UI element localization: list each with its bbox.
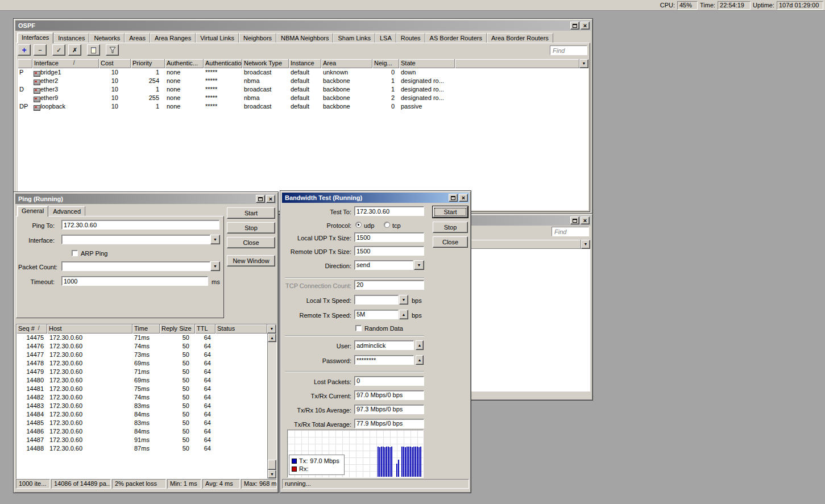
ospf-titlebar[interactable]: OSPF × [15,20,591,31]
protocol-tcp-radio[interactable] [384,222,390,228]
remote-udp-tx-size-input[interactable] [354,246,424,256]
column-select-button[interactable]: ▼ [579,59,588,68]
packet-count-combo[interactable] [61,261,210,271]
stop-button[interactable]: Stop [433,222,468,233]
maximize-button[interactable] [570,216,579,224]
maximize-button[interactable] [256,195,265,203]
direction-dropdown-button[interactable]: ▼ [414,260,424,270]
ping-result-row[interactable]: 14486 172.30.0.60 84ms 50 64 [16,427,267,436]
ping-result-row[interactable]: 14476 172.30.0.60 74ms 50 64 [16,342,267,351]
ping-to-input[interactable] [61,220,219,230]
ping-result-row[interactable]: 14480 172.30.0.60 69ms 50 64 [16,376,267,385]
random-data-checkbox[interactable] [355,325,362,331]
column-header-authentication[interactable]: Authentic... [165,59,204,68]
column-header-neighbors[interactable]: Neig... [372,59,399,68]
ping-result-row[interactable]: 14482 172.30.0.60 74ms 50 64 [16,393,267,402]
ping-result-row[interactable]: 14484 172.30.0.60 84ms 50 64 [16,410,267,419]
column-header-host[interactable]: Host [47,324,132,334]
local-udp-tx-size-input[interactable] [354,232,424,242]
maximize-button[interactable] [449,194,458,202]
packet-count-dropdown-button[interactable]: ▼ [210,261,220,271]
ping-result-row[interactable]: 14475 172.30.0.60 71ms 50 64 [16,334,267,342]
password-spinner-button[interactable]: ▲ [416,355,424,365]
scrollbar-thumb[interactable] [268,460,276,470]
timeout-input[interactable] [61,276,208,286]
ping-result-row[interactable]: 14477 172.30.0.60 73ms 50 64 [16,351,267,359]
direction-combo[interactable]: send [354,260,413,270]
tab-neighbors[interactable]: Neighbors [239,33,276,43]
tab-sham-links[interactable]: Sham Links [333,33,375,43]
column-header-interface[interactable]: Interface/ [32,59,99,68]
user-spinner-button[interactable]: ▲ [416,340,424,350]
new-window-button[interactable]: New Window [227,255,275,266]
ospf-table-row[interactable]: DP loopback 10 1 none ***** broadcast de… [18,102,588,111]
close-button[interactable]: × [581,22,590,30]
column-select-button[interactable]: ▼ [267,324,276,334]
enable-button[interactable]: ✓ [52,44,65,56]
maximize-button[interactable] [570,22,579,30]
comment-button[interactable] [87,44,100,56]
password-input[interactable] [354,355,414,365]
column-header-priority[interactable]: Priority [131,59,165,68]
close-button[interactable]: Close [433,236,468,248]
column-header-state[interactable]: State [399,59,455,68]
close-button[interactable]: × [459,194,468,202]
disable-button[interactable]: ✗ [68,44,81,56]
column-header-cost[interactable]: Cost [99,59,131,68]
tab-area-border-routers[interactable]: Area Border Routers [487,33,553,43]
add-button[interactable]: + [18,44,31,56]
column-header-seq[interactable]: Seq #/ [16,324,47,334]
close-button[interactable]: × [266,195,275,203]
remote-tx-speed-combo[interactable]: 5M [354,310,399,319]
ospf-table-row[interactable]: D ether3 10 1 none ***** broadcast defau… [18,85,588,94]
tcp-connection-count-field[interactable]: 20 [354,280,424,290]
ping-result-row[interactable]: 14488 172.30.0.60 87ms 50 64 [16,444,267,453]
column-header-time[interactable]: Time [132,324,160,334]
find-input[interactable] [550,45,587,55]
ospf-table-row[interactable]: ether9 10 255 none ***** nbma default ba… [18,94,588,102]
tab-nbma-neighbors[interactable]: NBMA Neighbors [276,33,333,43]
remote-tx-speed-up-button[interactable]: ▲ [399,310,408,319]
find-input[interactable] [552,227,589,236]
local-tx-speed-combo[interactable] [354,295,399,305]
column-header-instance[interactable]: Instance [289,59,321,68]
ping-titlebar[interactable]: Ping (Running) × [15,194,276,204]
ping-result-row[interactable]: 14479 172.30.0.60 71ms 50 64 [16,368,267,376]
column-header-ttl[interactable]: TTL [195,324,215,334]
ping-result-row[interactable]: 14481 172.30.0.60 75ms 50 64 [16,385,267,393]
bandwidth-titlebar[interactable]: Bandwidth Test (Running) × [282,193,469,203]
column-header-network-type[interactable]: Network Type [242,59,289,68]
scroll-up-button[interactable]: ▲ [268,334,276,342]
protocol-udp-radio[interactable] [355,222,362,228]
interface-combo[interactable] [61,235,210,244]
tab-as-border-routers[interactable]: AS Border Routers [425,33,487,43]
local-tx-speed-dropdown-button[interactable]: ▼ [399,295,408,305]
close-button[interactable]: × [581,216,590,224]
arp-ping-checkbox[interactable] [72,250,78,256]
ospf-table-row[interactable]: P bridge1 10 1 none ***** broadcast defa… [18,68,588,77]
ping-result-row[interactable]: 14478 172.30.0.60 69ms 50 64 [16,359,267,368]
test-to-input[interactable] [354,206,424,216]
ping-result-row[interactable]: 14483 172.30.0.60 83ms 50 64 [16,402,267,410]
ospf-table-row[interactable]: ether2 10 254 none ***** nbma default ba… [18,77,588,85]
vertical-scrollbar[interactable]: ▲ ▼ [267,334,276,478]
ping-result-row[interactable]: 14485 172.30.0.60 83ms 50 64 [16,419,267,427]
tab-instances[interactable]: Instances [53,33,89,43]
column-select-button[interactable]: ▼ [581,240,590,249]
interface-dropdown-button[interactable]: ▼ [210,235,220,244]
tab-advanced[interactable]: Advanced [48,206,85,216]
tab-area-ranges[interactable]: Area Ranges [150,33,196,43]
tab-lsa[interactable]: LSA [375,33,396,43]
tab-networks[interactable]: Networks [89,33,125,43]
column-header-area[interactable]: Area [321,59,372,68]
tab-areas[interactable]: Areas [125,33,150,43]
tab-interfaces[interactable]: Interfaces [17,32,53,43]
column-header-status[interactable]: Status [215,324,267,334]
user-input[interactable] [354,340,414,350]
stop-button[interactable]: Stop [227,222,275,234]
column-header-authentication-key[interactable]: Authenticatio... [204,59,242,68]
tab-routes[interactable]: Routes [396,33,425,43]
start-button[interactable]: Start [433,206,468,218]
column-header-reply-size[interactable]: Reply Size [160,324,195,334]
column-header-flags[interactable] [18,59,32,68]
